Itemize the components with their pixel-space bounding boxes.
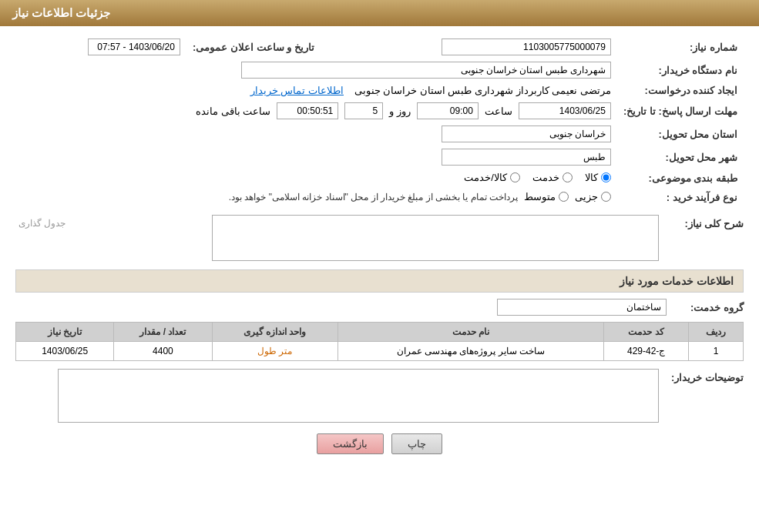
col-qty: تعداد / مقدار: [114, 323, 212, 342]
cell-code-1: ج-42-429: [604, 342, 689, 361]
cell-date-1: 1403/06/25: [16, 342, 114, 361]
purchase-type-value: جزیی متوسط پرداخت تمام یا بخشی از مبلغ خ…: [15, 188, 617, 207]
table-row: 1 ج-42-429 ساخت سایر پروژه‌های مهندسی عم…: [16, 342, 744, 361]
print-button[interactable]: چاپ: [391, 433, 442, 454]
col-code: کد حدمت: [604, 323, 689, 342]
province-value: [15, 122, 617, 146]
creator-value: مرتضی نعیمی کاربرداز شهرداری طبس استان خ…: [15, 82, 617, 99]
need-number-label: شماره نیاز:: [617, 35, 744, 59]
purchase-type-row: نوع فرآیند خرید : جزیی متوسط پرداخت تمام…: [15, 188, 744, 207]
city-row: شهر محل تحویل:: [15, 146, 744, 169]
cell-unit-1: متر طول: [212, 342, 338, 361]
category-khadamat-radio[interactable]: [563, 172, 573, 182]
page-header: جزئیات اطلاعات نیاز: [0, 0, 759, 26]
buyer-org-row: نام دستگاه خریدار:: [15, 59, 744, 82]
content-area: شماره نیاز: تاریخ و ساعت اعلان عمومی: نا…: [0, 26, 759, 474]
purchase-motevaset-label: متوسط: [524, 191, 556, 202]
deadline-value: ساعت روز و ساعت باقی مانده: [15, 99, 617, 122]
need-number-input[interactable]: [442, 38, 611, 55]
creator-label: ایجاد کننده درخواست:: [617, 82, 744, 99]
deadline-date-input[interactable]: [519, 102, 611, 119]
need-number-row: شماره نیاز: تاریخ و ساعت اعلان عمومی:: [15, 35, 744, 59]
col-date: تاریخ نیاز: [16, 323, 114, 342]
need-number-value: [321, 35, 617, 59]
description-label: شرح کلی نیاز:: [659, 215, 744, 229]
services-table: ردیف کد حدمت نام حدمت واحد اندازه گیری ت…: [15, 322, 744, 361]
deadline-days-label: روز و: [389, 105, 411, 117]
category-row: طبقه بندی موضوعی: کالا خدمت: [15, 169, 744, 188]
deadline-row: مهلت ارسال پاسخ: تا تاریخ: ساعت روز و سا…: [15, 99, 744, 122]
col-name: نام حدمت: [338, 323, 604, 342]
cell-name-1: ساخت سایر پروژه‌های مهندسی عمران: [338, 342, 604, 361]
category-kala-option[interactable]: کالا: [585, 172, 611, 183]
deadline-time-input[interactable]: [417, 102, 479, 119]
contact-link[interactable]: اطلاعات تماس خریدار: [250, 85, 344, 96]
services-table-body: 1 ج-42-429 ساخت سایر پروژه‌های مهندسی عم…: [16, 342, 744, 361]
purchase-type-jozii[interactable]: جزیی: [575, 191, 611, 202]
back-button[interactable]: بازگشت: [317, 433, 384, 454]
category-kala-radio[interactable]: [601, 172, 611, 182]
category-khadamat-label: خدمت: [532, 172, 559, 183]
purchase-type-text: پرداخت تمام یا بخشی از مبلغ خریدار از مح…: [229, 192, 518, 202]
col-row: ردیف: [688, 323, 743, 342]
page-title: جزئیات اطلاعات نیاز: [12, 6, 110, 19]
services-section-label: اطلاعات خدمات مورد نیاز: [620, 275, 734, 287]
deadline-remaining-label: ساعت باقی مانده: [196, 105, 270, 117]
description-container: جدول گذاری: [15, 215, 659, 263]
cell-qty-1: 4400: [114, 342, 212, 361]
purchase-motevaset-radio[interactable]: [559, 192, 569, 202]
category-kala-khadamat-option[interactable]: کالا/خدمت: [464, 172, 520, 183]
category-value: کالا خدمت کالا/خدمت: [15, 169, 617, 188]
buyer-desc-textarea[interactable]: [58, 369, 659, 423]
service-group-row: گروه خدمت:: [15, 299, 744, 316]
service-group-label: گروه خدمت:: [667, 302, 744, 313]
deadline-label: مهلت ارسال پاسخ: تا تاریخ:: [617, 99, 744, 122]
description-textarea[interactable]: [212, 215, 659, 261]
page-wrapper: جزئیات اطلاعات نیاز شماره نیاز: تاریخ و …: [0, 0, 759, 532]
purchase-type-label: نوع فرآیند خرید :: [617, 188, 744, 207]
category-label: طبقه بندی موضوعی:: [617, 169, 744, 188]
category-khadamat-option[interactable]: خدمت: [532, 172, 573, 183]
category-kala-khadamat-radio[interactable]: [510, 172, 520, 182]
category-kala-khadamat-label: کالا/خدمت: [464, 172, 507, 183]
province-input[interactable]: [442, 125, 611, 142]
announce-date-input[interactable]: [88, 38, 180, 55]
purchase-type-motevaset[interactable]: متوسط: [524, 191, 569, 202]
deadline-time-label: ساعت: [485, 105, 512, 117]
creator-row: ایجاد کننده درخواست: مرتضی نعیمی کاربردا…: [15, 82, 744, 99]
city-value: [15, 146, 617, 169]
buyer-org-label: نام دستگاه خریدار:: [617, 59, 744, 82]
buyer-desc-section: توضیحات خریدار:: [15, 369, 744, 423]
buyer-desc-label: توضیحات خریدار:: [659, 369, 744, 383]
city-input[interactable]: [442, 149, 611, 166]
province-row: استان محل تحویل:: [15, 122, 744, 146]
cell-row-1: 1: [688, 342, 743, 361]
button-row: چاپ بازگشت: [15, 433, 744, 454]
buyer-org-input[interactable]: [241, 62, 611, 79]
deadline-days-input[interactable]: [344, 102, 383, 119]
creator-text: مرتضی نعیمی کاربرداز شهرداری طبس استان خ…: [354, 85, 611, 96]
announce-date-label: تاریخ و ساعت اعلان عمومی:: [186, 35, 321, 59]
description-section: شرح کلی نیاز: جدول گذاری: [15, 215, 744, 263]
deadline-remaining-input[interactable]: [277, 102, 338, 119]
category-kala-label: کالا: [585, 172, 598, 183]
services-table-head: ردیف کد حدمت نام حدمت واحد اندازه گیری ت…: [16, 323, 744, 342]
announce-date-value: [15, 35, 186, 59]
services-section-header: اطلاعات خدمات مورد نیاز: [15, 269, 744, 293]
purchase-jozii-label: جزیی: [575, 191, 598, 202]
buyer-org-value: [15, 59, 617, 82]
description-placeholder: جدول گذاری: [18, 218, 65, 229]
city-label: شهر محل تحویل:: [617, 146, 744, 169]
col-unit: واحد اندازه گیری: [212, 323, 338, 342]
service-group-input[interactable]: [497, 299, 667, 316]
services-table-header-row: ردیف کد حدمت نام حدمت واحد اندازه گیری ت…: [16, 323, 744, 342]
info-table: شماره نیاز: تاریخ و ساعت اعلان عمومی: نا…: [15, 35, 744, 207]
province-label: استان محل تحویل:: [617, 122, 744, 146]
purchase-jozii-radio[interactable]: [601, 192, 611, 202]
